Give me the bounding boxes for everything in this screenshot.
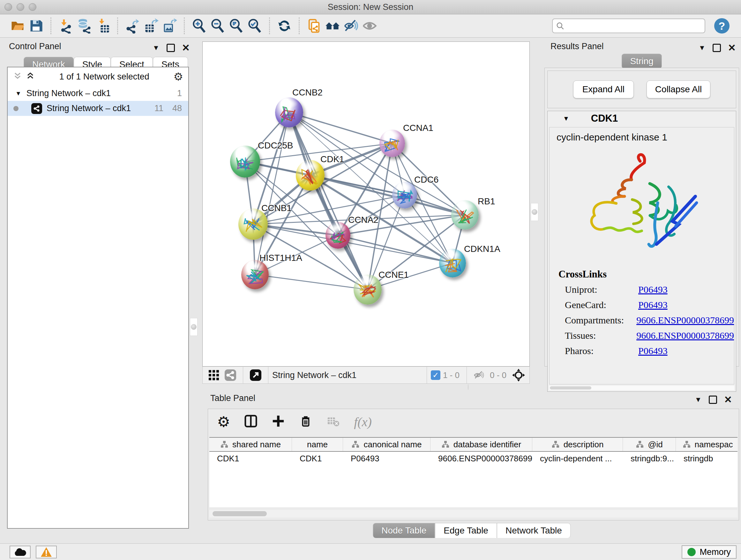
right-splitter-handle[interactable] xyxy=(531,203,538,221)
network-row[interactable]: String Network – cdk1 11 48 xyxy=(8,101,188,116)
network-canvas[interactable]: CCNB2CCNA1CDC25BCDK1CDC6RB1CCNB1CCNA2CDK… xyxy=(202,42,530,367)
collection-label: String Network – cdk1 xyxy=(26,88,111,98)
control-panel-close-icon[interactable]: ✕ xyxy=(182,42,190,53)
crosslink-link[interactable]: P06493 xyxy=(638,346,668,356)
zoom-out-icon[interactable] xyxy=(208,17,227,35)
crosslink-link[interactable]: 9606.ENSP00000378699 xyxy=(636,315,734,326)
hidden-eye-slash-icon[interactable] xyxy=(473,369,485,381)
share-network-gray-icon[interactable] xyxy=(224,369,237,381)
network-collection-row[interactable]: ▼ String Network – cdk1 1 xyxy=(8,86,188,101)
cell-shared-name[interactable]: CDK1 xyxy=(209,452,292,466)
zoom-fit-icon[interactable] xyxy=(227,17,246,35)
table-panel-collapse-icon[interactable]: ▼ xyxy=(695,395,702,404)
network-node-RB1[interactable] xyxy=(451,200,479,230)
control-panel-collapse-icon[interactable]: ▼ xyxy=(152,44,159,52)
add-column-icon[interactable] xyxy=(272,415,285,429)
tab-edge-table[interactable]: Edge Table xyxy=(435,523,497,538)
save-icon[interactable] xyxy=(27,17,45,35)
hide-selected-eye-icon[interactable] xyxy=(342,17,360,35)
import-database-icon[interactable] xyxy=(75,17,93,35)
network-node-CDC25B[interactable] xyxy=(230,145,260,178)
refresh-icon[interactable] xyxy=(275,17,293,35)
column-header-database-identifier[interactable]: database identifier xyxy=(430,438,532,451)
tab-string[interactable]: String xyxy=(621,54,662,69)
show-columns-icon[interactable] xyxy=(244,415,258,429)
crosslink-link[interactable]: P06493 xyxy=(638,300,668,310)
column-header-description[interactable]: description xyxy=(532,438,623,451)
expand-all-chevron-icon[interactable] xyxy=(25,71,35,82)
network-node-CCNA1[interactable] xyxy=(380,130,405,157)
zoom-selected-icon[interactable] xyxy=(246,17,264,35)
search-box[interactable] xyxy=(552,18,705,33)
cell--id[interactable]: stringdb:9... xyxy=(623,452,676,466)
delete-column-trash-icon[interactable] xyxy=(299,415,313,429)
column-header-shared-name[interactable]: shared name xyxy=(209,438,292,451)
column-header-name[interactable]: name xyxy=(292,438,343,451)
gene-entry-header[interactable]: ▼ CDK1 xyxy=(548,111,736,126)
column-header-namespac[interactable]: namespac xyxy=(676,438,738,451)
show-all-eye-icon[interactable] xyxy=(360,17,379,35)
memory-button[interactable]: Memory xyxy=(682,545,737,559)
crosslink-link[interactable]: 9606.ENSP00000378699 xyxy=(636,330,734,341)
network-node-CDK1[interactable] xyxy=(296,160,325,191)
crosslink-link[interactable]: P06493 xyxy=(638,284,668,295)
expand-all-button[interactable]: Expand All xyxy=(573,80,634,98)
table-panel-close-icon[interactable]: ✕ xyxy=(724,394,732,405)
fit-selection-crosshair-icon[interactable] xyxy=(512,369,525,381)
network-node-CCNE1[interactable] xyxy=(354,274,382,305)
left-splitter-handle[interactable] xyxy=(190,318,198,336)
export-image-icon[interactable] xyxy=(160,17,179,35)
help-icon[interactable]: ? xyxy=(714,18,730,34)
warning-button[interactable] xyxy=(36,546,57,558)
function-builder-icon[interactable]: f(x) xyxy=(354,415,372,429)
cell-database-identifier[interactable]: 9606.ENSP00000378699 xyxy=(430,452,532,466)
open-folder-icon[interactable] xyxy=(8,17,27,35)
export-table-icon[interactable] xyxy=(142,17,160,35)
network-edge[interactable] xyxy=(255,274,367,290)
collapse-all-chevron-icon[interactable] xyxy=(13,71,22,82)
table-row[interactable]: CDK1CDK1P064939606.ENSP00000378699cyclin… xyxy=(209,452,738,466)
cloud-button[interactable] xyxy=(10,546,30,558)
tab-node-table[interactable]: Node Table xyxy=(373,523,435,538)
import-table-icon[interactable] xyxy=(93,17,112,35)
network-edge[interactable] xyxy=(289,112,392,143)
cell-namespac[interactable]: stringdb xyxy=(676,452,738,466)
birds-eye-grid-icon[interactable] xyxy=(208,370,219,381)
results-panel-collapse-icon[interactable]: ▼ xyxy=(698,44,705,52)
table-settings-gear-icon[interactable]: ⚙ xyxy=(217,413,230,430)
search-input[interactable] xyxy=(564,21,701,31)
column-header-canonical-name[interactable]: canonical name xyxy=(343,438,430,451)
table-panel-float-icon[interactable] xyxy=(709,395,717,404)
collapse-all-button[interactable]: Collapse All xyxy=(647,80,711,98)
node-table: shared namenamecanonical namedatabase id… xyxy=(209,437,738,507)
network-node-CDC6[interactable] xyxy=(392,182,417,208)
network-options-gear-icon[interactable]: ⚙ xyxy=(174,70,183,83)
zoom-in-icon[interactable] xyxy=(190,17,208,35)
copy-documents-icon[interactable] xyxy=(305,17,323,35)
cell-name[interactable]: CDK1 xyxy=(292,452,343,466)
export-network-icon[interactable] xyxy=(123,17,142,35)
open-in-window-icon[interactable] xyxy=(250,369,262,381)
network-node-CCNB2[interactable] xyxy=(275,98,303,127)
control-panel-float-icon[interactable] xyxy=(166,44,175,52)
cell-canonical-name[interactable]: P06493 xyxy=(343,452,430,466)
column-header--id[interactable]: @id xyxy=(623,438,676,451)
memory-status-dot xyxy=(687,548,696,556)
status-bar: Memory xyxy=(0,543,741,560)
first-neighbors-icon[interactable] xyxy=(323,17,342,35)
network-edge[interactable] xyxy=(255,112,289,274)
tab-network-table[interactable]: Network Table xyxy=(497,523,570,538)
network-node-CDKN1A[interactable] xyxy=(439,249,466,277)
network-node-HIST1H1A[interactable] xyxy=(241,260,269,289)
table-horizontal-scrollbar[interactable] xyxy=(209,510,738,517)
network-node-CCNA2[interactable] xyxy=(326,222,350,248)
delete-table-icon[interactable] xyxy=(327,415,340,429)
results-panel-close-icon[interactable]: ✕ xyxy=(728,42,736,53)
gene-collapse-icon[interactable]: ▼ xyxy=(563,115,569,122)
network-label: String Network – cdk1 xyxy=(47,104,131,113)
cell-description[interactable]: cyclin-dependent ... xyxy=(532,452,623,466)
collection-expand-icon[interactable]: ▼ xyxy=(15,90,21,97)
selected-checkbox-icon[interactable]: ✓ xyxy=(431,370,441,380)
import-network-icon[interactable] xyxy=(57,17,75,35)
results-panel-float-icon[interactable] xyxy=(713,44,721,52)
